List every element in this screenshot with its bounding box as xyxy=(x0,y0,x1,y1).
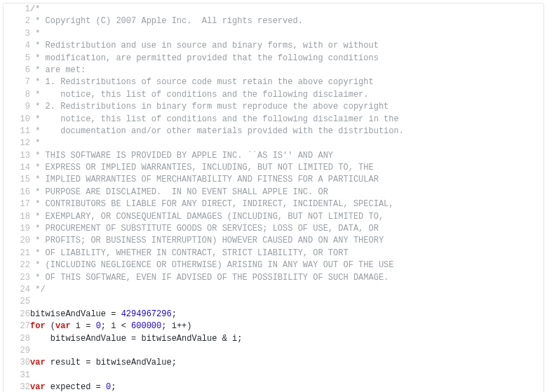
line-number[interactable]: 6 xyxy=(4,65,30,76)
line-number[interactable]: 8 xyxy=(4,89,30,101)
line-number[interactable]: 19 xyxy=(4,223,30,235)
code-line[interactable]: 8 * notice, this list of conditions and … xyxy=(4,89,543,101)
line-content[interactable] xyxy=(30,370,543,381)
line-number[interactable]: 9 xyxy=(4,101,30,113)
token-c: * Copyright (C) 2007 Apple Inc. All righ… xyxy=(30,16,303,26)
code-line[interactable]: 20 * PROFITS; OR BUSINESS INTERRUPTION) … xyxy=(4,235,543,247)
line-content[interactable]: * OF THIS SOFTWARE, EVEN IF ADVISED OF T… xyxy=(30,272,543,284)
line-content[interactable]: * 2. Redistributions in binary form must… xyxy=(30,101,543,113)
code-line[interactable]: 31 xyxy=(4,370,543,381)
code-line[interactable]: 29 xyxy=(4,345,543,357)
code-line[interactable]: 21 * OF LIABILITY, WHETHER IN CONTRACT, … xyxy=(4,248,543,259)
line-number[interactable]: 27 xyxy=(4,320,30,332)
code-line[interactable]: 11 * documentation and/or other material… xyxy=(4,126,543,137)
line-number[interactable]: 15 xyxy=(4,174,30,186)
line-content[interactable]: * modification, are permitted provided t… xyxy=(30,53,543,65)
code-line[interactable]: 12 * xyxy=(4,137,543,149)
line-number[interactable]: 26 xyxy=(4,309,30,320)
code-line[interactable]: 19 * PROCUREMENT OF SUBSTITUTE GOODS OR … xyxy=(4,223,543,235)
code-line[interactable]: 2 * Copyright (C) 2007 Apple Inc. All ri… xyxy=(4,15,543,27)
code-line[interactable]: 16 * PURPOSE ARE DISCLAIMED. IN NO EVENT… xyxy=(4,187,543,198)
line-number[interactable]: 21 xyxy=(4,248,30,259)
line-content[interactable]: * notice, this list of conditions and th… xyxy=(30,114,543,126)
line-content[interactable]: var expected = 0; xyxy=(30,381,543,392)
code-line[interactable]: 17 * CONTRIBUTORS BE LIABLE FOR ANY DIRE… xyxy=(4,198,543,210)
line-number[interactable]: 29 xyxy=(4,345,30,357)
line-content[interactable]: * EXPRESS OR IMPLIED WARRANTIES, INCLUDI… xyxy=(30,162,543,174)
line-content[interactable]: * PROFITS; OR BUSINESS INTERRUPTION) HOW… xyxy=(30,235,543,247)
line-number[interactable]: 25 xyxy=(4,296,30,308)
line-number[interactable]: 12 xyxy=(4,137,30,149)
line-number[interactable]: 16 xyxy=(4,187,30,198)
code-line[interactable]: 9 * 2. Redistributions in binary form mu… xyxy=(4,101,543,113)
code-line[interactable]: 15 * IMPLIED WARRANTIES OF MERCHANTABILI… xyxy=(4,174,543,186)
line-content[interactable]: * PROCUREMENT OF SUBSTITUTE GOODS OR SER… xyxy=(30,223,543,235)
line-content[interactable]: * are met: xyxy=(30,65,543,76)
line-number[interactable]: 18 xyxy=(4,211,30,223)
code-line[interactable]: 13 * THIS SOFTWARE IS PROVIDED BY APPLE … xyxy=(4,150,543,162)
line-content[interactable]: */ xyxy=(30,284,543,296)
line-number[interactable]: 31 xyxy=(4,370,30,381)
line-number[interactable]: 11 xyxy=(4,126,30,137)
line-number[interactable]: 30 xyxy=(4,357,30,369)
line-number[interactable]: 7 xyxy=(4,76,30,88)
line-number[interactable]: 20 xyxy=(4,235,30,247)
line-number[interactable]: 28 xyxy=(4,333,30,345)
line-content[interactable]: * Redistribution and use in source and b… xyxy=(30,40,543,52)
line-number[interactable]: 2 xyxy=(4,15,30,27)
code-line[interactable]: 3 * xyxy=(4,28,543,40)
code-line[interactable]: 25 xyxy=(4,296,543,308)
line-content[interactable]: * documentation and/or other materials p… xyxy=(30,126,543,137)
line-content[interactable] xyxy=(30,345,543,357)
code-line[interactable]: 14 * EXPRESS OR IMPLIED WARRANTIES, INCL… xyxy=(4,162,543,174)
line-number[interactable]: 24 xyxy=(4,284,30,296)
code-line[interactable]: 10 * notice, this list of conditions and… xyxy=(4,114,543,126)
line-number[interactable]: 5 xyxy=(4,53,30,65)
line-number[interactable]: 1 xyxy=(4,4,30,15)
line-content[interactable]: for (var i = 0; i < 600000; i++) xyxy=(30,320,543,332)
line-number[interactable]: 10 xyxy=(4,114,30,126)
line-content[interactable]: * PURPOSE ARE DISCLAIMED. IN NO EVENT SH… xyxy=(30,187,543,198)
line-content[interactable]: * (INCLUDING NEGLIGENCE OR OTHERWISE) AR… xyxy=(30,259,543,271)
line-number[interactable]: 17 xyxy=(4,198,30,210)
code-line[interactable]: 26bitwiseAndValue = 4294967296; xyxy=(4,309,543,320)
line-content[interactable]: * Copyright (C) 2007 Apple Inc. All righ… xyxy=(30,15,543,27)
code-line[interactable]: 22 * (INCLUDING NEGLIGENCE OR OTHERWISE)… xyxy=(4,259,543,271)
line-number[interactable]: 4 xyxy=(4,40,30,52)
line-content[interactable]: * xyxy=(30,28,543,40)
code-line[interactable]: 32var expected = 0; xyxy=(4,381,543,392)
line-content[interactable]: var result = bitwiseAndValue; xyxy=(30,357,543,369)
line-content[interactable]: * THIS SOFTWARE IS PROVIDED BY APPLE INC… xyxy=(30,150,543,162)
code-line[interactable]: 27for (var i = 0; i < 600000; i++) xyxy=(4,320,543,332)
code-line[interactable]: 5 * modification, are permitted provided… xyxy=(4,53,543,65)
line-content[interactable]: * EXEMPLARY, OR CONSEQUENTIAL DAMAGES (I… xyxy=(30,211,543,223)
code-line[interactable]: 30var result = bitwiseAndValue; xyxy=(4,357,543,369)
code-line[interactable]: 23 * OF THIS SOFTWARE, EVEN IF ADVISED O… xyxy=(4,272,543,284)
code-line[interactable]: 24 */ xyxy=(4,284,543,296)
line-number[interactable]: 23 xyxy=(4,272,30,284)
line-content[interactable]: /* xyxy=(30,4,543,15)
code-viewer[interactable]: 1/*2 * Copyright (C) 2007 Apple Inc. All… xyxy=(3,3,544,392)
token-c: * PROFITS; OR BUSINESS INTERRUPTION) HOW… xyxy=(30,236,384,245)
code-line[interactable]: 18 * EXEMPLARY, OR CONSEQUENTIAL DAMAGES… xyxy=(4,211,543,223)
code-line[interactable]: 28 bitwiseAndValue = bitwiseAndValue & i… xyxy=(4,333,543,345)
code-line[interactable]: 1/* xyxy=(4,4,543,15)
line-content[interactable]: bitwiseAndValue = 4294967296; xyxy=(30,309,543,320)
line-content[interactable]: * xyxy=(30,137,543,149)
line-number[interactable]: 14 xyxy=(4,162,30,174)
line-content[interactable]: * IMPLIED WARRANTIES OF MERCHANTABILITY … xyxy=(30,174,543,186)
line-content[interactable]: * OF LIABILITY, WHETHER IN CONTRACT, STR… xyxy=(30,248,543,259)
line-number[interactable]: 13 xyxy=(4,150,30,162)
code-line[interactable]: 7 * 1. Redistributions of source code mu… xyxy=(4,76,543,88)
line-number[interactable]: 3 xyxy=(4,28,30,40)
line-content[interactable]: bitwiseAndValue = bitwiseAndValue & i; xyxy=(30,333,543,345)
line-number[interactable]: 32 xyxy=(4,381,30,392)
line-number[interactable]: 22 xyxy=(4,259,30,271)
token-num: 600000 xyxy=(131,321,161,331)
line-content[interactable] xyxy=(30,296,543,308)
line-content[interactable]: * CONTRIBUTORS BE LIABLE FOR ANY DIRECT,… xyxy=(30,198,543,210)
line-content[interactable]: * 1. Redistributions of source code must… xyxy=(30,76,543,88)
code-line[interactable]: 6 * are met: xyxy=(4,65,543,76)
code-line[interactable]: 4 * Redistribution and use in source and… xyxy=(4,40,543,52)
line-content[interactable]: * notice, this list of conditions and th… xyxy=(30,89,543,101)
